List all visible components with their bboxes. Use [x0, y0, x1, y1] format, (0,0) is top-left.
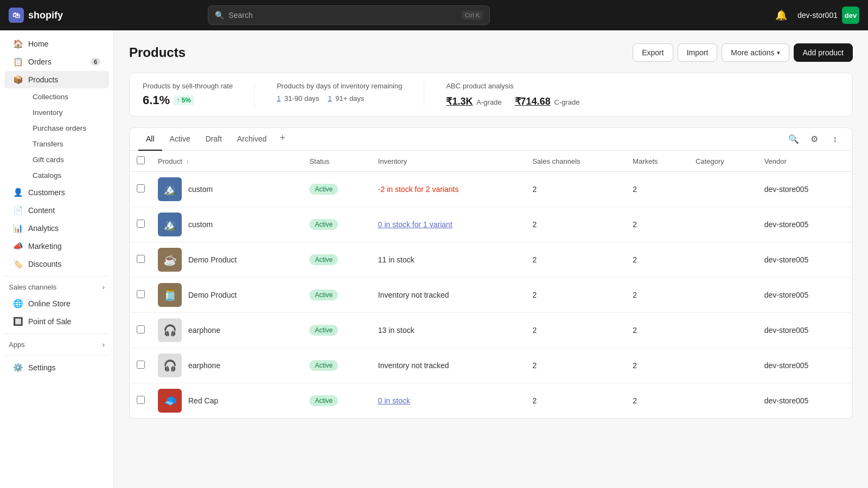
col-category[interactable]: Category — [689, 151, 758, 172]
more-actions-button[interactable]: More actions ▾ — [722, 43, 789, 62]
days-31-90[interactable]: 1 31-90 days — [277, 94, 319, 102]
inventory-value: 13 in stock — [378, 326, 414, 335]
product-thumbnail-1: 🏔️ — [158, 177, 182, 201]
category-cell-7 — [689, 383, 758, 419]
sidebar-item-customers[interactable]: 👤 Customers — [4, 184, 109, 201]
days-91plus[interactable]: 1 91+ days — [328, 94, 364, 102]
main-content: Products Export Import More actions ▾ Ad… — [114, 30, 868, 488]
sidebar-item-online-store[interactable]: 🌐 Online Store — [4, 295, 109, 312]
row-checkbox-cell — [130, 207, 151, 242]
col-product[interactable]: Product ↑ — [151, 151, 303, 172]
tab-add[interactable]: + — [275, 128, 291, 151]
table-row: 🎧 earphone Active Inventory not tracked … — [130, 348, 852, 383]
filter-button[interactable]: ⚙ — [806, 131, 823, 148]
sidebar-item-catalogs[interactable]: Catalogs — [24, 168, 109, 183]
tab-active[interactable]: Active — [162, 128, 198, 151]
search-bar[interactable]: 🔍 Search Ctrl K — [208, 5, 490, 25]
apps-header[interactable]: Apps › — [0, 337, 113, 352]
row-checkbox-7[interactable] — [137, 396, 145, 404]
store-selector[interactable]: dev-stor001 dev — [797, 7, 859, 24]
sidebar-item-purchase-orders[interactable]: Purchase orders — [24, 120, 109, 136]
status-badge-7: Active — [309, 395, 338, 406]
row-checkbox-1[interactable] — [137, 184, 145, 192]
col-status[interactable]: Status — [303, 151, 371, 172]
vendor-cell-2: dev-store005 — [758, 207, 852, 242]
inventory-value[interactable]: 0 in stock for 1 variant — [378, 220, 452, 229]
sidebar-item-label: Online Store — [28, 299, 71, 308]
category-cell-4 — [689, 278, 758, 313]
row-checkbox-6[interactable] — [137, 361, 145, 369]
search-filter-button[interactable]: 🔍 — [785, 131, 802, 148]
sidebar-item-discounts[interactable]: 🏷️ Discounts — [4, 255, 109, 273]
sidebar-item-content[interactable]: 📄 Content — [4, 202, 109, 219]
topbar: 🛍 shopify 🔍 Search Ctrl K 🔔 dev-stor001 … — [0, 0, 868, 30]
vendor-cell-1: dev-store005 — [758, 172, 852, 207]
table-header: Product ↑ Status Inventory Sales channel… — [130, 151, 852, 172]
inventory-value: Inventory not tracked — [378, 291, 449, 299]
sidebar-item-settings[interactable]: ⚙️ Settings — [4, 359, 109, 376]
product-cell-3: ☕ Demo Product — [151, 242, 303, 278]
sidebar-item-gift-cards[interactable]: Gift cards — [24, 152, 109, 168]
sidebar-item-label: Content — [28, 206, 55, 215]
notifications-button[interactable]: 🔔 — [771, 5, 791, 25]
link-2[interactable]: 1 — [328, 94, 331, 102]
sidebar-item-inventory[interactable]: Inventory — [24, 105, 109, 120]
tab-draft[interactable]: Draft — [198, 128, 229, 151]
sidebar-item-orders[interactable]: 📋 Orders 6 — [4, 53, 109, 70]
tab-archived[interactable]: Archived — [229, 128, 274, 151]
more-actions-label: More actions — [731, 48, 774, 57]
inventory-value: 11 in stock — [378, 255, 414, 264]
product-name-6[interactable]: earphone — [188, 361, 220, 370]
thumb-icon: 🫙 — [163, 288, 177, 301]
product-name-4[interactable]: Demo Product — [188, 291, 237, 299]
inventory-value[interactable]: 0 in stock — [378, 396, 410, 405]
inventory-cell-6: Inventory not tracked — [372, 348, 526, 383]
sidebar-item-products[interactable]: 📦 Products — [4, 71, 109, 88]
sales-channels-cell-3: 2 — [526, 242, 626, 278]
abc-a-price[interactable]: ₹1.3K — [446, 96, 473, 107]
row-checkbox-3[interactable] — [137, 255, 145, 263]
thumb-icon: ☕ — [163, 253, 177, 266]
product-name-3[interactable]: Demo Product — [188, 255, 237, 264]
add-product-button[interactable]: Add product — [794, 43, 853, 62]
markets-cell-4: 2 — [626, 278, 689, 313]
abc-c-grade: ₹714.68 C-grade — [515, 95, 580, 107]
logo-text: shopify — [28, 10, 63, 21]
vendor-cell-7: dev-store005 — [758, 383, 852, 419]
status-badge-3: Active — [309, 254, 338, 265]
product-name-7[interactable]: Red Cap — [188, 396, 218, 405]
sort-button[interactable]: ↕ — [826, 131, 844, 148]
product-name-2[interactable]: custom — [188, 220, 213, 229]
col-inventory[interactable]: Inventory — [372, 151, 526, 172]
logo[interactable]: 🛍 shopify — [9, 8, 63, 23]
sidebar-item-point-of-sale[interactable]: 🔲 Point of Sale — [4, 313, 109, 330]
product-cell-6: 🎧 earphone — [151, 348, 303, 383]
col-markets[interactable]: Markets — [626, 151, 689, 172]
abc-c-price[interactable]: ₹714.68 — [515, 96, 551, 107]
sidebar-item-analytics[interactable]: 📊 Analytics — [4, 220, 109, 237]
select-all-checkbox[interactable] — [137, 156, 145, 164]
inventory-value: -2 in stock for 2 variants — [378, 185, 459, 194]
tab-all[interactable]: All — [138, 128, 162, 151]
row-checkbox-2[interactable] — [137, 220, 145, 228]
sidebar-item-label: Transfers — [33, 140, 63, 148]
sales-channels-header[interactable]: Sales channels › — [0, 280, 113, 294]
status-cell-2: Active — [303, 207, 371, 242]
col-vendor[interactable]: Vendor — [758, 151, 852, 172]
row-checkbox-5[interactable] — [137, 325, 145, 333]
status-cell-5: Active — [303, 313, 371, 348]
col-sales-channels[interactable]: Sales channels — [526, 151, 626, 172]
export-button[interactable]: Export — [633, 43, 673, 62]
status-cell-1: Active — [303, 172, 371, 207]
search-icon: 🔍 — [215, 11, 224, 20]
link-1[interactable]: 1 — [277, 94, 280, 102]
sidebar-item-marketing[interactable]: 📣 Marketing — [4, 237, 109, 255]
sidebar-item-transfers[interactable]: Transfers — [24, 136, 109, 152]
product-name-1[interactable]: custom — [188, 185, 213, 194]
sidebar-item-collections[interactable]: Collections — [24, 89, 109, 105]
import-button[interactable]: Import — [678, 43, 718, 62]
sidebar-item-home[interactable]: 🏠 Home — [4, 35, 109, 53]
row-checkbox-4[interactable] — [137, 290, 145, 298]
product-name-5[interactable]: earphone — [188, 326, 220, 335]
product-cell-5: 🎧 earphone — [151, 313, 303, 348]
